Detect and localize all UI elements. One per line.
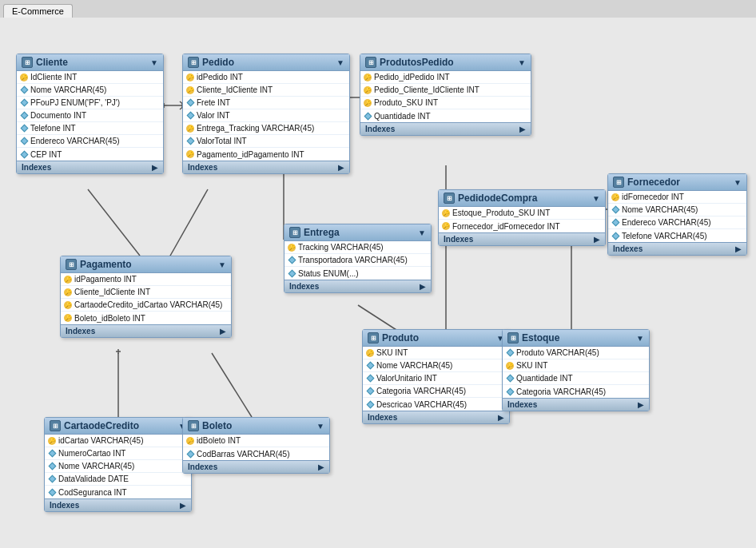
indexes-label: Indexes xyxy=(22,163,51,172)
field-label: Documento INT xyxy=(30,111,86,120)
table-row: 🔑CartaodeCredito_idCartao VARCHAR(45) xyxy=(61,299,231,312)
table-footer-entrega[interactable]: Indexes▶ xyxy=(284,280,431,292)
table-header-arrow-fornecedor: ▼ xyxy=(734,178,742,187)
table-footer-cartaoDeCredito[interactable]: Indexes▶ xyxy=(45,498,191,511)
indexes-arrow: ▶ xyxy=(180,501,186,510)
field-label: idBoleto INT xyxy=(197,436,241,445)
table-row: 🔑idPedido INT xyxy=(183,71,349,84)
table-footer-pedidoDeCompra[interactable]: Indexes▶ xyxy=(439,232,605,245)
tab-ecommerce[interactable]: E-Commerce xyxy=(3,4,73,18)
table-row: Produto VARCHAR(45) xyxy=(503,347,649,359)
app-container: E-Commerce xyxy=(0,0,756,548)
key-icon: 🔑 xyxy=(20,73,28,81)
field-label: Cliente_IdCliente INT xyxy=(197,85,273,94)
indexes-arrow: ▶ xyxy=(318,463,324,471)
key-icon: 🔑 xyxy=(364,99,372,107)
table-header-produtosPedido[interactable]: ⊞ProdutosPedido▼ xyxy=(360,54,531,71)
table-header-estoque[interactable]: ⊞Estoque▼ xyxy=(503,330,649,347)
indexes-label: Indexes xyxy=(365,125,395,133)
indexes-arrow: ▶ xyxy=(420,282,426,291)
field-label: idFornecedor INT xyxy=(622,193,684,201)
canvas: ⊞Cliente▼🔑IdCliente INTNome VARCHAR(45)P… xyxy=(0,18,756,548)
table-header-boleto[interactable]: ⊞Boleto▼ xyxy=(183,418,329,435)
table-row: 🔑Entrega_Tracking VARCHAR(45) xyxy=(183,122,349,135)
table-entrega: ⊞Entrega▼🔑Tracking VARCHAR(45)Transporta… xyxy=(284,224,432,293)
key-icon: 🔑 xyxy=(186,437,194,445)
table-header-pedido[interactable]: ⊞Pedido▼ xyxy=(183,54,349,71)
diamond-icon xyxy=(20,125,28,133)
table-row: 🔑SKU INT xyxy=(503,359,649,372)
diamond-icon xyxy=(366,400,374,408)
table-row: 🔑Pagamento_idPagamento INT xyxy=(183,148,349,161)
table-header-cartaoDeCredito[interactable]: ⊞CartaodeCredito▼ xyxy=(45,418,191,435)
table-row: CodBarras VARCHAR(45) xyxy=(183,447,329,460)
table-header-fornecedor[interactable]: ⊞Fornecedor▼ xyxy=(608,174,746,191)
table-row: 🔑Boleto_idBoleto INT xyxy=(61,312,231,324)
table-row: Documento INT xyxy=(17,109,163,122)
indexes-label: Indexes xyxy=(613,244,643,253)
table-footer-cliente[interactable]: Indexes▶ xyxy=(17,161,163,173)
table-header-pedidoDeCompra[interactable]: ⊞PedidodeCompra▼ xyxy=(439,190,605,207)
indexes-arrow: ▶ xyxy=(638,400,644,409)
table-row: ValorTotal INT xyxy=(183,135,349,148)
table-row: 🔑Pedido_idPedido INT xyxy=(360,71,531,84)
table-header-produto[interactable]: ⊞Produto▼ xyxy=(363,330,509,347)
field-label: NumeroCartao INT xyxy=(58,449,125,458)
table-footer-estoque[interactable]: Indexes▶ xyxy=(503,398,649,411)
table-row: Nome VARCHAR(45) xyxy=(608,204,746,216)
diamond-icon xyxy=(48,488,56,496)
table-icon-fornecedor: ⊞ xyxy=(613,177,624,188)
field-label: Boleto_idBoleto INT xyxy=(74,314,145,323)
table-footer-boleto[interactable]: Indexes▶ xyxy=(183,460,329,473)
table-footer-fornecedor[interactable]: Indexes▶ xyxy=(608,242,746,255)
key-icon: 🔑 xyxy=(611,193,619,201)
diamond-icon xyxy=(288,256,296,264)
key-icon: 🔑 xyxy=(186,73,194,81)
table-header-entrega[interactable]: ⊞Entrega▼ xyxy=(284,224,431,241)
table-icon-produtosPedido: ⊞ xyxy=(365,57,376,68)
key-icon: 🔑 xyxy=(364,73,372,81)
table-icon-produto: ⊞ xyxy=(368,332,379,343)
field-label: CodSeguranca INT xyxy=(58,488,127,497)
table-row: Valor INT xyxy=(183,109,349,122)
diamond-icon xyxy=(48,450,56,458)
table-header-cliente[interactable]: ⊞Cliente▼ xyxy=(17,54,163,71)
table-row: Nome VARCHAR(45) xyxy=(363,359,509,372)
diamond-icon xyxy=(186,112,194,120)
table-icon-cartaoDeCredito: ⊞ xyxy=(50,420,61,431)
table-cartaoDeCredito: ⊞CartaodeCredito▼🔑idCartao VARCHAR(45)Nu… xyxy=(44,417,192,512)
svg-line-6 xyxy=(88,189,140,256)
diamond-icon xyxy=(186,137,194,145)
diamond-icon xyxy=(506,387,514,395)
table-title-pedidoDeCompra: PedidodeCompra xyxy=(458,193,537,204)
table-row: 🔑idPagamento INT xyxy=(61,273,231,286)
field-label: Pedido_idPedido INT xyxy=(374,73,450,81)
field-label: Valor INT xyxy=(197,111,230,120)
indexes-arrow: ▶ xyxy=(594,235,600,244)
table-row: 🔑idCartao VARCHAR(45) xyxy=(45,435,191,447)
diamond-icon xyxy=(288,269,296,277)
table-row: DataValidade DATE xyxy=(45,473,191,486)
key-icon: 🔑 xyxy=(506,362,514,370)
diamond-icon xyxy=(364,112,372,120)
indexes-arrow: ▶ xyxy=(338,163,344,172)
table-footer-pedido[interactable]: Indexes▶ xyxy=(183,161,349,173)
field-label: Frete INT xyxy=(197,98,230,107)
table-pedidoDeCompra: ⊞PedidodeCompra▼🔑Estoque_Produto_SKU INT… xyxy=(438,189,606,246)
table-body-fornecedor: 🔑idFornecedor INTNome VARCHAR(45)Enderec… xyxy=(608,191,746,242)
table-row: Quantidade INT xyxy=(360,109,531,122)
table-footer-produto[interactable]: Indexes▶ xyxy=(363,411,509,423)
table-header-pagamento[interactable]: ⊞Pagamento▼ xyxy=(61,256,231,273)
table-footer-produtosPedido[interactable]: Indexes▶ xyxy=(360,122,531,135)
table-footer-pagamento[interactable]: Indexes▶ xyxy=(61,324,231,337)
diamond-icon xyxy=(186,450,194,458)
table-body-pedido: 🔑idPedido INT🔑Cliente_IdCliente INTFrete… xyxy=(183,71,349,161)
indexes-label: Indexes xyxy=(188,463,217,471)
table-title-cartaoDeCredito: CartaodeCredito xyxy=(64,420,139,431)
table-row: 🔑idFornecedor INT xyxy=(608,191,746,204)
table-title-fornecedor: Fornecedor xyxy=(627,177,680,188)
table-row: 🔑Fornecedor_idFornecedor INT xyxy=(439,220,605,232)
indexes-label: Indexes xyxy=(289,282,319,291)
field-label: Tracking VARCHAR(45) xyxy=(298,243,384,252)
table-fornecedor: ⊞Fornecedor▼🔑idFornecedor INTNome VARCHA… xyxy=(607,173,747,256)
